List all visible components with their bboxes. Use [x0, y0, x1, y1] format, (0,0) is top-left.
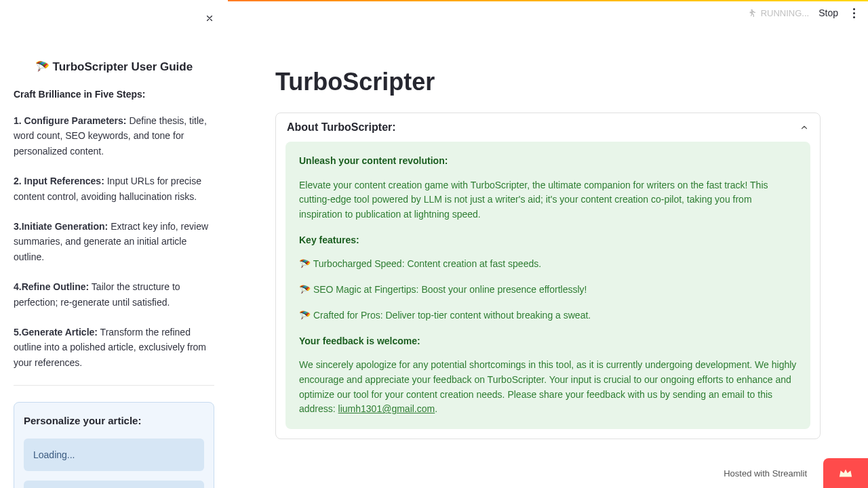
- crown-icon: [838, 468, 853, 479]
- feedback-email-link[interactable]: liumh1301@gmail.com: [338, 403, 435, 414]
- about-feature: 🪂 Crafted for Pros: Deliver top-tier con…: [299, 308, 797, 323]
- expander-toggle[interactable]: About TurboScripter:: [276, 113, 820, 142]
- close-sidebar-button[interactable]: [202, 11, 217, 26]
- page-title: TurboScripter: [275, 68, 821, 96]
- chevron-up-icon: [800, 123, 809, 132]
- running-icon: [746, 7, 757, 18]
- sidebar: 🪂 TurboScripter User Guide Craft Brillia…: [0, 0, 228, 488]
- about-lead-text: Elevate your content creation game with …: [299, 178, 797, 222]
- about-feature: 🪂 SEO Magic at Fingertips: Boost your on…: [299, 283, 797, 298]
- about-success-box: Unleash your content revolution: Elevate…: [285, 142, 810, 429]
- loading-placeholder: Loading...: [24, 439, 204, 471]
- stop-button[interactable]: Stop: [818, 7, 838, 18]
- close-icon: [205, 14, 214, 23]
- menu-button[interactable]: [848, 7, 860, 19]
- guide-step: 1. Configure Parameters: Define thesis, …: [14, 113, 214, 159]
- guide-step: 4.Refine Outline: Tailor the structure t…: [14, 279, 214, 310]
- main-panel: RUNNING... Stop TurboScripter About Turb…: [228, 0, 868, 488]
- running-label: RUNNING...: [761, 8, 810, 18]
- expander-body: Unleash your content revolution: Elevate…: [276, 142, 820, 439]
- guide-step: 3.Initiate Generation: Extract key info,…: [14, 219, 214, 264]
- loading-placeholder: Loading...: [24, 481, 204, 488]
- about-expander: About TurboScripter: Unleash your conten…: [275, 113, 821, 439]
- guide-step: 5.Generate Article: Transform the refine…: [14, 325, 214, 370]
- about-lead-bold: Unleash your content revolution:: [299, 154, 797, 169]
- about-feedback-text: We sincerely apologize for any potential…: [299, 358, 797, 417]
- expander-title: About TurboScripter:: [287, 121, 396, 134]
- about-feedback-label: Your feedback is welcome:: [299, 334, 797, 349]
- about-feature: 🪂 Turbocharged Speed: Content creation a…: [299, 257, 797, 272]
- personalize-title: Personalize your article:: [24, 415, 204, 426]
- about-features-label: Key features:: [299, 233, 797, 248]
- app-layout: 🪂 TurboScripter User Guide Craft Brillia…: [0, 0, 868, 488]
- divider: [14, 385, 214, 386]
- topbar: RUNNING... Stop: [746, 7, 860, 19]
- guide-title: 🪂 TurboScripter User Guide: [14, 60, 214, 74]
- streamlit-badge[interactable]: [823, 458, 868, 488]
- running-status: RUNNING...: [746, 7, 810, 18]
- footer-hosted: Hosted with Streamlit: [724, 468, 807, 479]
- personalize-card: Personalize your article: Loading... Loa…: [14, 402, 214, 488]
- guide-step: 2. Input References: Input URLs for prec…: [14, 174, 214, 204]
- guide-subhead: Craft Brilliance in Five Steps:: [14, 89, 214, 100]
